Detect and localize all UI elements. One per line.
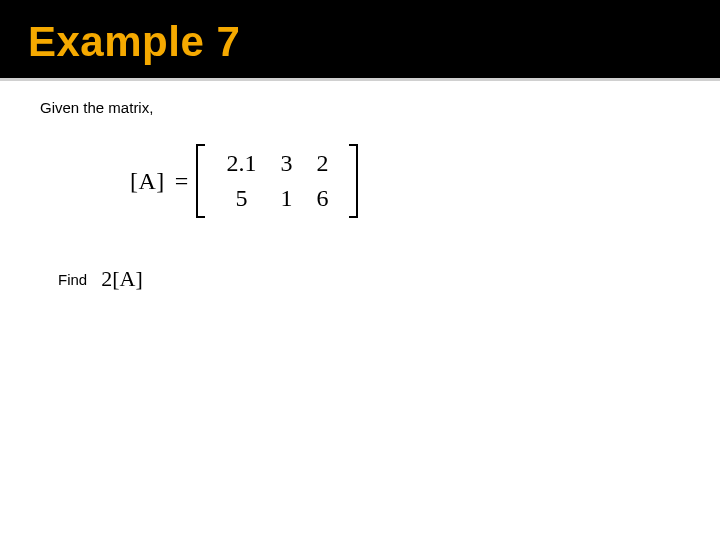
right-bracket-icon bbox=[346, 144, 358, 218]
given-text: Given the matrix, bbox=[40, 99, 720, 116]
slide-body: Given the matrix, [A] = 2.1 3 2 5 1 6 bbox=[0, 81, 720, 292]
matrix-table: 2.1 3 2 5 1 6 bbox=[214, 146, 340, 216]
matrix-row: 2.1 3 2 bbox=[214, 146, 340, 181]
matrix-cell: 2 bbox=[304, 146, 340, 181]
find-label: Find bbox=[58, 271, 87, 288]
matrix-equation: [A] = 2.1 3 2 5 1 6 bbox=[130, 144, 720, 218]
left-bracket-icon bbox=[196, 144, 208, 218]
slide-title: Example 7 bbox=[28, 18, 720, 66]
matrix-cell: 6 bbox=[304, 181, 340, 216]
find-row: Find 2[A] bbox=[58, 266, 720, 292]
title-bar: Example 7 bbox=[0, 0, 720, 80]
equals-sign: = bbox=[175, 168, 189, 195]
matrix-cell: 5 bbox=[214, 181, 268, 216]
find-expression: 2[A] bbox=[101, 266, 143, 292]
matrix-cell: 2.1 bbox=[214, 146, 268, 181]
lhs-label: [A] bbox=[130, 168, 165, 195]
slide: Example 7 Given the matrix, [A] = 2.1 3 … bbox=[0, 0, 720, 540]
matrix-row: 5 1 6 bbox=[214, 181, 340, 216]
matrix-cell: 3 bbox=[268, 146, 304, 181]
matrix-A: 2.1 3 2 5 1 6 bbox=[196, 144, 358, 218]
matrix-cell: 1 bbox=[268, 181, 304, 216]
